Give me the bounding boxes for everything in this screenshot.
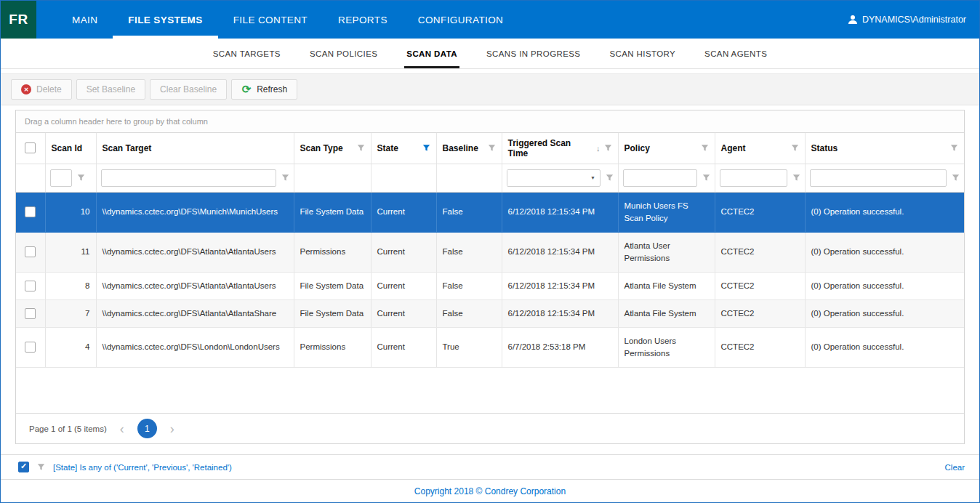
cell-baseline: True (436, 327, 502, 367)
cell-scan-id: 10 (45, 192, 96, 232)
row-checkbox[interactable] (25, 281, 36, 291)
filter-icon[interactable] (357, 144, 365, 152)
table-row[interactable]: 11\\dynamics.cctec.org\DFS\Atlanta\Atlan… (16, 232, 964, 272)
cell-baseline: False (436, 272, 502, 299)
status-filter-input[interactable] (810, 169, 947, 187)
clear-baseline-button[interactable]: Clear Baseline (150, 79, 227, 100)
scan-data-panel: Drag a column header here to group by th… (15, 110, 965, 444)
refresh-label: Refresh (257, 84, 287, 94)
top-nav-item-file-systems[interactable]: FILE SYSTEMS (113, 1, 217, 39)
sort-indicator-icon: ↓ (596, 144, 601, 153)
cell-scan-target: \\dynamics.cctec.org\DFS\Atlanta\Atlanta… (96, 272, 294, 299)
cell-policy: Atlanta File System (618, 299, 715, 327)
pager-page-button[interactable]: 1 (137, 419, 157, 438)
filter-icon[interactable] (702, 174, 710, 182)
app-logo[interactable]: FR (1, 1, 36, 39)
filter-icon-active[interactable] (422, 144, 430, 152)
set-baseline-button[interactable]: Set Baseline (76, 79, 145, 100)
pager-next-icon[interactable]: › (167, 422, 177, 435)
delete-label: Delete (36, 84, 62, 94)
column-header-baseline[interactable]: Baseline (443, 143, 478, 153)
refresh-icon (241, 84, 252, 94)
triggered-scan-time-filter-input[interactable] (507, 170, 587, 186)
column-header-scan-target[interactable]: Scan Target (103, 143, 152, 153)
tab-scan-history[interactable]: SCAN HISTORY (601, 39, 683, 68)
row-checkbox[interactable] (25, 206, 36, 217)
column-header-policy[interactable]: Policy (624, 143, 650, 153)
filter-icon[interactable] (488, 144, 496, 152)
grid-filter-row: ▼ (16, 164, 964, 192)
filter-icon[interactable] (952, 174, 960, 182)
triggered-scan-time-filter-combo[interactable]: ▼ (507, 169, 601, 187)
tab-scan-targets[interactable]: SCAN TARGETS (205, 39, 289, 68)
filter-icon[interactable] (950, 144, 958, 152)
table-row[interactable]: 4\\dynamics.cctec.org\DFS\London\LondonU… (16, 327, 964, 367)
cell-status: (0) Operation successful. (805, 192, 964, 232)
group-by-hint: Drag a column header here to group by th… (16, 110, 964, 133)
cell-scan-target: \\dynamics.cctec.org\DFS\Munich\MunichUs… (96, 192, 294, 232)
agent-filter-input[interactable] (720, 169, 787, 187)
cell-policy: London Users Permissions (618, 327, 715, 367)
user-menu[interactable]: DYNAMICS\Administrator (848, 1, 979, 39)
filter-icon[interactable] (604, 144, 612, 152)
select-all-checkbox[interactable] (25, 142, 36, 153)
cell-triggered: 6/12/2018 12:15:34 PM (502, 232, 618, 272)
cell-policy: Atlanta User Permissions (618, 232, 715, 272)
top-nav-item-main[interactable]: MAIN (57, 1, 113, 39)
cell-scan-type: Permissions (294, 232, 371, 272)
table-row[interactable]: 10\\dynamics.cctec.org\DFS\Munich\Munich… (16, 192, 964, 232)
cell-agent: CCTEC2 (715, 299, 805, 327)
cell-state: Current (371, 232, 436, 272)
sub-nav: SCAN TARGETSSCAN POLICIESSCAN DATASCANS … (1, 39, 979, 69)
filter-icon (37, 463, 45, 471)
filter-expression[interactable]: [State] Is any of ('Current', 'Previous'… (53, 463, 232, 472)
filter-icon[interactable] (791, 144, 799, 152)
top-nav-item-reports[interactable]: REPORTS (323, 1, 403, 39)
filter-icon[interactable] (606, 174, 614, 182)
cell-baseline: False (436, 232, 502, 272)
cell-baseline: False (436, 299, 502, 327)
tab-scan-agents[interactable]: SCAN AGENTS (696, 39, 775, 68)
clear-filter-link[interactable]: Clear (945, 463, 965, 472)
scan-target-filter-input[interactable] (101, 169, 276, 187)
table-row[interactable]: 8\\dynamics.cctec.org\DFS\Atlanta\Atlant… (16, 272, 964, 299)
user-label: DYNAMICS\Administrator (862, 15, 966, 25)
tab-scans-in-progress[interactable]: SCANS IN PROGRESS (478, 39, 589, 68)
column-header-state[interactable]: State (377, 143, 398, 153)
table-row[interactable]: 7\\dynamics.cctec.org\DFS\Atlanta\Atlant… (16, 299, 964, 327)
filter-icon[interactable] (792, 174, 800, 182)
delete-button[interactable]: Delete (11, 79, 72, 100)
column-header-scan-id[interactable]: Scan Id (52, 143, 83, 153)
pager-prev-icon[interactable]: ‹ (117, 422, 127, 435)
row-checkbox[interactable] (25, 308, 36, 319)
top-nav-item-configuration[interactable]: CONFIGURATION (403, 1, 518, 39)
pager: Page 1 of 1 (5 items) ‹ 1 › (16, 413, 964, 443)
column-header-agent[interactable]: Agent (721, 143, 746, 153)
grid-empty-area (16, 368, 964, 414)
policy-filter-input[interactable] (623, 169, 697, 187)
column-header-scan-type[interactable]: Scan Type (300, 143, 343, 153)
row-checkbox[interactable] (25, 246, 36, 257)
cell-state: Current (371, 327, 436, 367)
cell-scan-type: File System Data (294, 299, 371, 327)
copyright-text: Copyright 2018 © Condrey Corporation (414, 486, 566, 496)
cell-triggered: 6/7/2018 2:53:18 PM (502, 327, 618, 367)
filter-icon[interactable] (281, 174, 289, 182)
refresh-button[interactable]: Refresh (231, 79, 297, 100)
top-nav-item-file-content[interactable]: FILE CONTENT (218, 1, 323, 39)
filter-icon[interactable] (701, 144, 709, 152)
cell-scan-type: File System Data (294, 192, 371, 232)
cell-scan-target: \\dynamics.cctec.org\DFS\Atlanta\Atlanta… (96, 299, 294, 327)
scan-id-filter-input[interactable] (50, 169, 72, 187)
grid-body: 10\\dynamics.cctec.org\DFS\Munich\Munich… (16, 192, 964, 367)
dropdown-arrow-icon[interactable]: ▼ (587, 170, 600, 186)
column-header-status[interactable]: Status (811, 143, 838, 153)
row-checkbox[interactable] (25, 342, 36, 353)
tab-scan-data[interactable]: SCAN DATA (398, 39, 465, 68)
filter-icon[interactable] (77, 174, 85, 182)
delete-icon (21, 84, 31, 94)
set-baseline-label: Set Baseline (87, 84, 135, 94)
tab-scan-policies[interactable]: SCAN POLICIES (302, 39, 385, 68)
filter-enabled-checkbox[interactable] (18, 462, 29, 472)
column-header-triggered-scan-time[interactable]: Triggered Scan Time (508, 138, 593, 158)
